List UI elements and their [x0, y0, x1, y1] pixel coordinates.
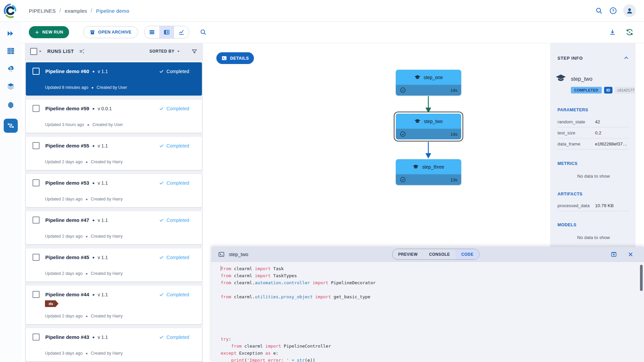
run-creator: Created by User — [97, 85, 127, 90]
breadcrumb-root[interactable]: PIPELINES — [29, 8, 56, 14]
code-token: from — [221, 266, 231, 271]
run-card[interactable]: Pipeline demo #55●v 1.1CompletedUpdated … — [26, 137, 202, 170]
run-checkbox[interactable] — [33, 254, 40, 261]
table-view-button[interactable] — [145, 26, 159, 38]
info-row-value: 42 — [595, 119, 630, 124]
run-checkbox[interactable] — [33, 179, 40, 186]
node-header: step_one — [396, 70, 461, 85]
close-icon[interactable] — [627, 251, 634, 258]
search-runs-icon[interactable] — [200, 28, 207, 36]
select-all-checkbox[interactable] — [30, 48, 37, 55]
breadcrumb-project[interactable]: examples — [65, 8, 87, 14]
clearml-logo-icon[interactable] — [3, 3, 19, 18]
run-status: Completed — [159, 218, 189, 223]
run-card[interactable]: Pipeline demo #60●v 1.1CompletedUpdated … — [26, 62, 202, 96]
sidebar-item-dashboard[interactable] — [0, 26, 21, 41]
sidebar-item-workers[interactable] — [0, 61, 21, 76]
tab-code[interactable]: CODE — [455, 249, 479, 259]
filter-funnel-icon[interactable] — [191, 48, 198, 55]
run-card[interactable]: Pipeline demo #44●v 1.1CompleteddsUpdate… — [26, 286, 202, 324]
runs-list: RUNS LIST SORTED BY Pipeline demo #60●v … — [25, 43, 203, 362]
run-card[interactable]: Pipeline demo #59●v 0.0.1CompletedUpdate… — [26, 100, 202, 133]
pipeline-node-step-three[interactable]: step_three 13s — [396, 159, 461, 185]
code-token — [221, 344, 231, 349]
terminal-icon — [221, 55, 227, 61]
details-button[interactable]: DETAILS — [216, 52, 254, 64]
select-all-caret-icon[interactable] — [37, 48, 43, 54]
run-checkbox[interactable] — [33, 291, 40, 298]
detail-tabs: PREVIEWCONSOLECODE — [392, 249, 480, 260]
chevron-up-icon[interactable] — [623, 55, 630, 61]
download-icon[interactable] — [608, 28, 616, 36]
tab-console[interactable]: CONSOLE — [423, 249, 455, 259]
sort-icon[interactable] — [78, 48, 85, 55]
chart-view-button[interactable] — [174, 26, 189, 38]
dot-separator: ● — [92, 69, 95, 74]
sidebar-item-models[interactable] — [0, 98, 21, 113]
sidebar-item-projects[interactable] — [0, 44, 21, 58]
open-archive-button[interactable]: OPEN ARCHIVE — [83, 26, 138, 38]
run-checkbox[interactable] — [33, 142, 40, 149]
node-duration: 14s — [450, 88, 458, 93]
run-card[interactable]: Pipeline demo #43●v 1.1CompletedUpdated … — [26, 328, 202, 361]
code-line: print('Import error: ' + str(e)) — [221, 357, 637, 362]
edge-step-one-to-step-two — [425, 96, 432, 113]
auto-refresh-icon[interactable] — [625, 28, 634, 37]
breadcrumb-separator: / — [91, 8, 93, 14]
code-line — [221, 314, 637, 321]
run-version: v 1.1 — [98, 335, 108, 340]
run-subtitle: Updated 2 days ago●Created by Harry — [45, 314, 123, 318]
pipeline-node-step-one[interactable]: step_one 14s — [396, 70, 461, 96]
run-card[interactable]: Pipeline demo #53●v 1.1CompletedUpdated … — [26, 174, 202, 207]
code-token: clearml — [231, 266, 255, 271]
run-version: v 1.1 — [98, 180, 108, 186]
run-checkbox[interactable] — [33, 68, 40, 75]
sidebar-item-pipelines[interactable] — [0, 118, 21, 133]
split-view-button[interactable] — [159, 26, 174, 38]
run-checkbox[interactable] — [33, 334, 40, 341]
sorted-by-button[interactable]: SORTED BY — [149, 49, 174, 54]
node-footer: 13s — [396, 174, 461, 185]
info-row-value: 0.2 — [595, 130, 630, 135]
code-token: import — [255, 273, 271, 278]
search-icon[interactable] — [595, 7, 603, 15]
new-run-button[interactable]: NEW RUN — [29, 26, 69, 38]
run-checkbox[interactable] — [33, 217, 40, 224]
run-card-top-row: Pipeline demo #59●v 0.0.1Completed — [33, 105, 189, 112]
check-icon — [159, 255, 164, 260]
sidebar-item-datasets[interactable] — [0, 79, 21, 94]
run-creator: Created by Harry — [91, 351, 123, 356]
tab-preview[interactable]: PREVIEW — [392, 249, 423, 259]
code-token: import — [313, 280, 328, 285]
run-checkbox[interactable] — [33, 105, 40, 112]
run-card[interactable]: Pipeline demo #47●v 1.1CompletedUpdated … — [26, 211, 202, 244]
run-subtitle: Updated 8 minutes ago●Created by User — [45, 85, 127, 90]
dot-separator: ● — [91, 85, 94, 89]
breadcrumb-current[interactable]: Pipeline demo — [96, 8, 129, 14]
run-title: Pipeline demo #44 — [45, 292, 89, 297]
cloud-gear-icon — [6, 64, 15, 73]
code-token: str — [297, 358, 305, 362]
code-viewer[interactable]: from clearml import Taskfrom clearml imp… — [211, 262, 644, 362]
code-scrollbar-thumb[interactable] — [640, 265, 643, 291]
id-badge[interactable]: ID — [604, 87, 612, 94]
runs-cards-container: Pipeline demo #60●v 1.1CompletedUpdated … — [25, 60, 203, 362]
help-icon[interactable]: ? — [609, 7, 617, 15]
run-card[interactable]: Pipeline demo #45●v 1.1CompletedUpdated … — [26, 248, 202, 282]
sorted-by-caret-icon[interactable] — [176, 49, 181, 54]
run-status-label: Completed — [166, 292, 189, 297]
runs-list-title: RUNS LIST — [47, 49, 74, 54]
pipeline-node-step-two[interactable]: step_two 14s — [396, 114, 461, 139]
user-avatar[interactable] — [623, 4, 636, 17]
check-icon — [159, 335, 164, 340]
code-token: Exception — [236, 351, 265, 356]
run-tag[interactable]: ds — [45, 300, 58, 307]
run-card-top-row: Pipeline demo #47●v 1.1Completed — [33, 217, 189, 224]
code-token: controller — [284, 280, 310, 285]
run-title: Pipeline demo #47 — [45, 217, 89, 223]
check-icon — [159, 143, 164, 148]
run-status: Completed — [159, 292, 189, 297]
run-status: Completed — [159, 180, 189, 186]
open-in-window-icon[interactable] — [610, 251, 617, 258]
run-updated: Updated 2 days ago — [45, 197, 83, 201]
